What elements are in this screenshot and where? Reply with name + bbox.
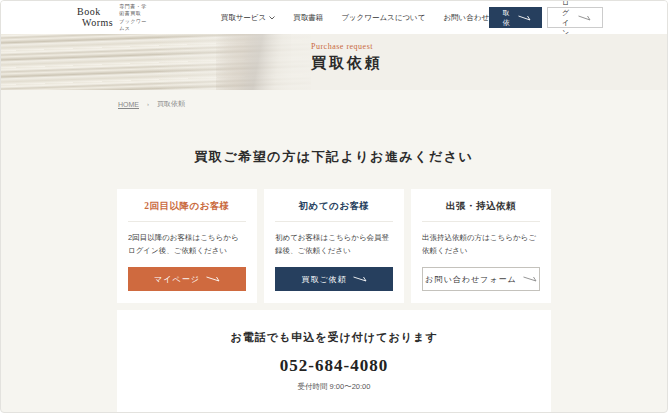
card-onsite-request: 出張・持込依頼 出張持込依頼の方はこちらからご依頼ください お問い合わせフォーム — [411, 189, 551, 303]
breadcrumb-separator: › — [147, 101, 149, 107]
diagonal-arrow-icon — [523, 276, 537, 282]
logo-wordmark: BookWorms — [77, 7, 113, 28]
card-description: 初めてお客様はこちらから会員登録後、ご依頼ください — [275, 231, 393, 258]
header: BookWorms 専門書・学術書買取 ブックワームス 買取サービス 買取書籍 … — [1, 1, 667, 34]
nav-item-label: お問い合わせ — [443, 13, 489, 23]
button-label: マイページ — [154, 274, 200, 285]
diagonal-arrow-icon — [518, 15, 531, 21]
contact-form-button[interactable]: お問い合わせフォーム — [422, 267, 540, 291]
photo-fade-overlay — [1, 34, 331, 90]
card-description: 2回目以降のお客様はこちらからログイン後、ご依頼ください — [128, 231, 246, 258]
header-actions: 買取依頼 ログイン — [489, 7, 603, 28]
button-label: お問い合わせフォーム — [425, 274, 516, 285]
card-description: 出張持込依頼の方はこちらからご依頼ください — [422, 231, 540, 258]
diagonal-arrow-icon — [353, 276, 367, 282]
card-title: 2回目以降のお客様 — [128, 200, 246, 222]
purchase-request-button[interactable]: 買取依頼 — [489, 7, 542, 28]
nav-item-contact[interactable]: お問い合わせ — [443, 13, 489, 23]
nav-item-label: 買取サービス — [221, 13, 267, 23]
diagonal-arrow-icon — [578, 15, 591, 21]
card-title: 初めてのお客様 — [275, 200, 393, 222]
nav-item-buy-service[interactable]: 買取サービス — [221, 13, 276, 23]
hero-eyebrow: Purchase request — [311, 42, 383, 51]
chevron-down-icon — [269, 16, 275, 20]
card-returning-customer: 2回目以降のお客様 2回目以降のお客様はこちらからログイン後、ご依頼ください マ… — [117, 189, 257, 303]
card-first-time-customer: 初めてのお客様 初めてお客様はこちらから会員登録後、ご依頼ください 買取ご依頼 — [264, 189, 404, 303]
diagonal-arrow-icon — [206, 276, 220, 282]
hero-banner: Purchase request 買取依頼 — [1, 34, 667, 90]
purchase-request-card-button[interactable]: 買取ご依頼 — [275, 267, 393, 291]
nav-item-about[interactable]: ブックワームスについて — [341, 13, 425, 23]
phone-heading: お電話でも申込を受け付けております — [117, 330, 551, 345]
nav-item-label: 買取書籍 — [293, 13, 323, 23]
page-title: 買取依頼 — [311, 54, 383, 73]
breadcrumb: HOME › 買取依頼 — [1, 90, 667, 109]
option-cards: 2回目以降のお客様 2回目以降のお客様はこちらからログイン後、ご依頼ください マ… — [1, 189, 667, 303]
breadcrumb-home-link[interactable]: HOME — [118, 101, 139, 108]
page: BookWorms 専門書・学術書買取 ブックワームス 買取サービス 買取書籍 … — [0, 0, 668, 413]
main-nav: 買取サービス 買取書籍 ブックワームスについて お問い合わせ — [221, 13, 490, 23]
card-title: 出張・持込依頼 — [422, 200, 540, 222]
button-label: ログイン — [559, 0, 572, 38]
button-label: 買取ご依頼 — [301, 274, 346, 285]
button-label: 買取依頼 — [500, 0, 512, 38]
breadcrumb-current: 買取依頼 — [157, 99, 185, 109]
section-heading: 買取ご希望の方は下記よりお進みください — [1, 148, 667, 166]
logo[interactable]: BookWorms 専門書・学術書買取 ブックワームス — [77, 3, 149, 33]
phone-hours: 受付時間 9:00〜20:00 — [117, 382, 551, 392]
phone-info-box: お電話でも申込を受け付けております 052-684-4080 受付時間 9:00… — [117, 310, 551, 413]
phone-number: 052-684-4080 — [117, 356, 551, 376]
hero-text: Purchase request 買取依頼 — [311, 42, 383, 73]
nav-item-label: ブックワームスについて — [341, 13, 425, 23]
login-button[interactable]: ログイン — [547, 7, 603, 28]
mypage-button[interactable]: マイページ — [128, 267, 246, 291]
logo-tagline: 専門書・学術書買取 ブックワームス — [119, 3, 149, 33]
nav-item-buy-books[interactable]: 買取書籍 — [293, 13, 323, 23]
